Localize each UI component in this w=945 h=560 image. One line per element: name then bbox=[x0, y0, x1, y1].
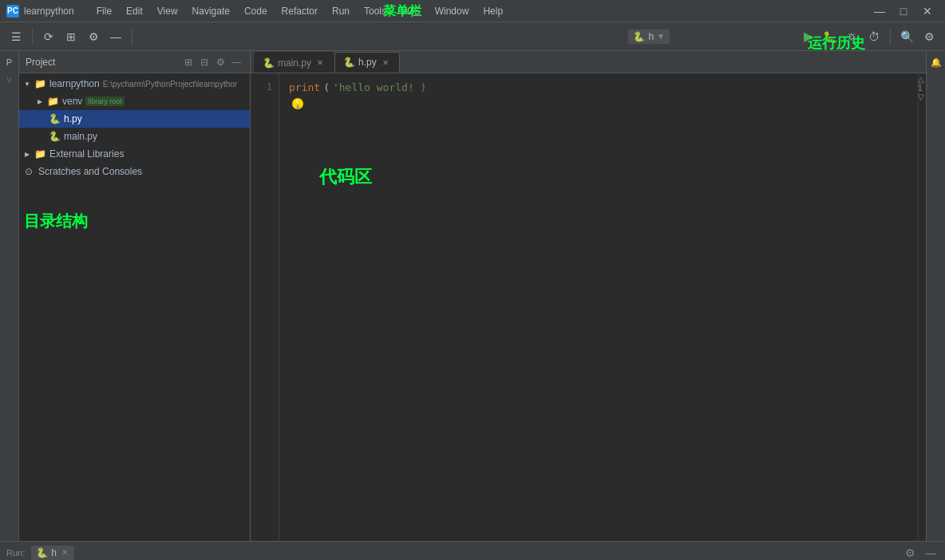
right-sidebar-icons: 🔔 bbox=[926, 51, 945, 541]
toolbar-layout-icon[interactable]: ⊞ bbox=[61, 27, 81, 46]
tab-main-py[interactable]: 🐍 main.py ✕ bbox=[254, 52, 334, 73]
main-layout: P ⑂ Project ⊞ ⊟ ⚙ — ▼ 📁 learnpython E:\p… bbox=[0, 51, 945, 541]
tree-item-learnpython[interactable]: ▼ 📁 learnpython E:\pycharm\PythonProject… bbox=[19, 75, 250, 93]
sidebar-project-icon[interactable]: P bbox=[2, 54, 18, 70]
run-tab-icon: 🐍 bbox=[36, 547, 48, 558]
venv-badge: library root bbox=[85, 97, 125, 106]
tree-label-external-libs: External Libraries bbox=[49, 148, 124, 160]
toolbar-separator-2 bbox=[132, 29, 132, 45]
tree-item-main-py[interactable]: 🐍 main.py bbox=[19, 128, 250, 145]
menu-file[interactable]: File bbox=[90, 4, 118, 18]
py-icon-main: 🐍 bbox=[48, 130, 61, 143]
run-tab-label: h bbox=[51, 547, 57, 558]
tree-label-venv: venv bbox=[62, 96, 82, 107]
tree-arrow-venv: ▶ bbox=[35, 97, 45, 106]
toolbar: ☰ ⟳ ⊞ ⚙ — 🐍 h ▼ ▶ 🐛 ⛭ ⏱ 🔍 ⚙ bbox=[0, 22, 945, 51]
run-header: Run: 🐍 h ✕ ⚙ — bbox=[0, 542, 945, 560]
project-tree: ▼ 📁 learnpython E:\pycharm\PythonProject… bbox=[19, 73, 250, 541]
app-icon: PC bbox=[6, 5, 19, 18]
title-bar: PC learnpython File Edit View Navigate C… bbox=[0, 0, 945, 22]
editor-content: 1 print('hello world! ) 💡 代码区 △ 1 ▽ bbox=[251, 73, 926, 541]
left-sidebar-icons: P ⑂ bbox=[0, 51, 19, 541]
editor-area: 🐍 main.py ✕ 🐍 h.py ✕ 1 print('hello worl… bbox=[251, 51, 926, 541]
menu-help[interactable]: Help bbox=[476, 4, 509, 18]
search-everywhere-button[interactable]: 🔍 bbox=[897, 27, 916, 46]
bottom-panel: Run: 🐍 h ✕ ⚙ — ▶ ■ ⟳ 📌 🖨 🗑 E:\pycharm\Py… bbox=[0, 541, 945, 560]
dir-label-zh: 目录结构 bbox=[24, 211, 88, 232]
tab-label-main-py: main.py bbox=[278, 57, 311, 69]
toolbar-close-icon[interactable]: — bbox=[106, 27, 125, 46]
line-number-1: 1 bbox=[251, 80, 272, 95]
menu-navigate[interactable]: Navigate bbox=[186, 4, 236, 18]
project-panel: Project ⊞ ⊟ ⚙ — ▼ 📁 learnpython E:\pycha… bbox=[19, 51, 251, 541]
tree-label-h-py: h.py bbox=[64, 113, 82, 124]
tree-arrow-learnpython: ▼ bbox=[22, 79, 32, 89]
panel-collapse-icon[interactable]: ⊟ bbox=[197, 55, 212, 69]
run-label: Run: bbox=[6, 548, 25, 558]
run-tab-h[interactable]: 🐍 h ✕ bbox=[31, 546, 74, 560]
right-notifications-icon[interactable]: 🔔 bbox=[928, 54, 944, 70]
editor-scrollbar[interactable]: △ 1 ▽ bbox=[918, 73, 926, 541]
scroll-indicator: △ 1 ▽ bbox=[918, 75, 924, 101]
toolbar-settings-icon[interactable]: ⚙ bbox=[84, 27, 103, 46]
project-panel-icons: ⊞ ⊟ ⚙ — bbox=[181, 55, 243, 69]
scratches-icon: ⊙ bbox=[22, 165, 35, 178]
project-title: learnpython bbox=[24, 6, 74, 17]
menu-bar: File Edit View Navigate Code Refactor Ru… bbox=[90, 4, 868, 18]
close-button[interactable]: ✕ bbox=[916, 2, 939, 20]
tab-close-main-py[interactable]: ✕ bbox=[314, 57, 326, 69]
panel-gear-icon[interactable]: ⚙ bbox=[213, 55, 227, 69]
tree-label-main-py: main.py bbox=[64, 131, 97, 142]
tree-item-scratches[interactable]: ⊙ Scratches and Consoles bbox=[19, 163, 250, 180]
toolbar-separator-3 bbox=[890, 29, 891, 45]
folder-icon-learnpython: 📁 bbox=[34, 77, 46, 90]
lightbulb-icon[interactable]: 💡 bbox=[292, 98, 303, 109]
menu-edit[interactable]: Edit bbox=[120, 4, 149, 18]
tree-item-h-py[interactable]: 🐍 h.py bbox=[19, 110, 250, 128]
project-panel-title: Project bbox=[26, 57, 178, 68]
panel-expand-icon[interactable]: ⊞ bbox=[181, 55, 196, 69]
lightbulb-container: 💡 bbox=[289, 98, 908, 109]
run-minimize-icon[interactable]: — bbox=[923, 545, 939, 561]
project-panel-header: Project ⊞ ⊟ ⚙ — bbox=[19, 51, 250, 73]
profile-button[interactable]: ⏱ bbox=[864, 27, 884, 46]
menu-refactor[interactable]: Refactor bbox=[275, 4, 324, 18]
run-config-selector[interactable]: 🐍 h ▼ bbox=[628, 30, 670, 44]
run-tab-close[interactable]: ✕ bbox=[60, 548, 69, 558]
minimize-button[interactable]: — bbox=[868, 2, 891, 20]
py-icon-h: 🐍 bbox=[48, 112, 61, 125]
panel-minimize-icon[interactable]: — bbox=[229, 55, 243, 69]
folder-icon-venv: 📁 bbox=[46, 95, 59, 108]
sidebar-commit-icon[interactable]: ⑂ bbox=[2, 72, 18, 88]
menu-label-zh: 菜单栏 bbox=[383, 3, 421, 20]
window-controls: — □ ✕ bbox=[868, 2, 939, 20]
tab-h-py[interactable]: 🐍 h.py ✕ bbox=[334, 52, 400, 73]
run-header-controls: ⚙ — bbox=[902, 545, 939, 561]
editor-tabs-bar: 🐍 main.py ✕ 🐍 h.py ✕ bbox=[251, 51, 926, 73]
menu-window[interactable]: Window bbox=[429, 4, 476, 18]
menu-code[interactable]: Code bbox=[238, 4, 274, 18]
tree-label-learnpython: learnpython bbox=[49, 78, 100, 89]
code-print-keyword: print bbox=[289, 80, 320, 95]
toolbar-project-icon[interactable]: ☰ bbox=[6, 27, 26, 46]
menu-run[interactable]: Run bbox=[326, 4, 356, 18]
line-numbers: 1 bbox=[251, 73, 279, 541]
tab-icon-h-py: 🐍 bbox=[343, 57, 355, 68]
tab-close-h-py[interactable]: ✕ bbox=[380, 57, 391, 68]
tree-item-venv[interactable]: ▶ 📁 venv library root bbox=[19, 93, 250, 110]
folder-icon-ext-libs: 📁 bbox=[34, 148, 46, 160]
settings-button[interactable]: ⚙ bbox=[919, 27, 939, 46]
code-string-hello: 'hello world! ) bbox=[333, 80, 426, 95]
code-label-zh: 代码区 bbox=[319, 169, 372, 184]
code-area[interactable]: print('hello world! ) 💡 代码区 bbox=[279, 73, 918, 541]
toolbar-separator-1 bbox=[32, 29, 33, 45]
menu-view[interactable]: View bbox=[151, 4, 184, 18]
tree-label-scratches: Scratches and Consoles bbox=[38, 166, 142, 177]
maximize-button[interactable]: □ bbox=[892, 2, 915, 20]
run-config-name: h bbox=[648, 31, 654, 42]
tab-icon-main-py: 🐍 bbox=[263, 57, 275, 69]
toolbar-sync-icon[interactable]: ⟳ bbox=[39, 27, 58, 46]
run-settings-icon[interactable]: ⚙ bbox=[902, 545, 918, 561]
tree-item-external-libs[interactable]: ▶ 📁 External Libraries bbox=[19, 145, 250, 163]
tab-label-h-py: h.py bbox=[358, 57, 377, 68]
